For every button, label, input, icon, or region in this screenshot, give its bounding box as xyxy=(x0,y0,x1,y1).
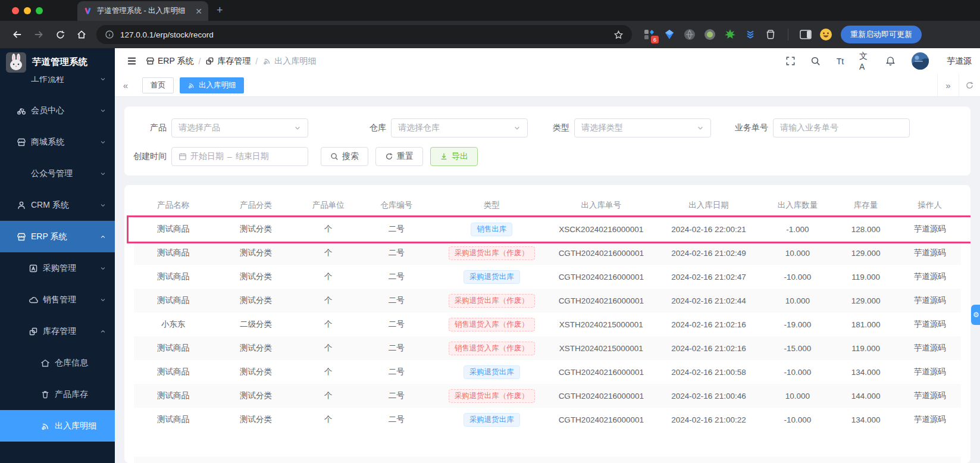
maximize-window-icon[interactable] xyxy=(36,7,43,14)
minimize-window-icon[interactable] xyxy=(24,7,31,14)
table-row[interactable]: 测试商品 测试分类 个 二号 采购退货出库（作废） CGTH2024021600… xyxy=(134,384,961,408)
export-button[interactable]: 导出 xyxy=(430,147,478,166)
type-badge: 采购退货出库 xyxy=(464,270,520,284)
url-text: 127.0.0.1/erp/stock/record xyxy=(120,30,214,39)
cell-product: 测试商品 xyxy=(134,289,212,312)
page-tab-出入库明细[interactable]: 出入库明细 xyxy=(180,77,244,93)
cell-operator: 芋道源码 xyxy=(899,289,961,312)
sidebar-item-会员中心[interactable]: 会员中心 xyxy=(0,95,115,126)
sidebar-item-公众号管理[interactable]: 公众号管理 xyxy=(0,158,115,189)
cell-date: 2024-02-16 21:02:16 xyxy=(655,336,763,360)
warehouse-select[interactable]: 请选择仓库 xyxy=(391,118,528,137)
cell-operator: 芋道源码 xyxy=(899,408,961,431)
cell-unit: 个 xyxy=(299,384,357,408)
back-icon[interactable] xyxy=(7,24,27,45)
cell-date: 2024-02-16 21:02:16 xyxy=(655,312,763,336)
cell-stock: 181.000 xyxy=(832,312,898,336)
sidebar-item-销售管理[interactable]: 销售管理 xyxy=(0,284,115,315)
new-tab-button[interactable]: + xyxy=(217,4,223,17)
floating-settings-button[interactable]: ⚙ xyxy=(971,305,980,325)
product-select[interactable]: 请选择产品 xyxy=(171,118,308,137)
table-row[interactable]: 测试商品 测试分类 个 二号 采购退货出库 CGTH20240216000001… xyxy=(134,408,961,431)
breadcrumb: ERP 系统/库存管理/出入库明细 xyxy=(146,56,784,67)
browser-chrome: 芋道管理系统 - 出入库明细 ✕ + 127.0.0.1/erp/stock/r… xyxy=(0,0,980,48)
sidebar-menu: 工作流程 会员中心 商城系统 公众号管理 CRM 系统 ERP 系统 采购管理 … xyxy=(0,63,115,442)
cell-order-no: CGTH20240216000001 xyxy=(547,360,655,384)
side-panel-icon[interactable] xyxy=(799,28,812,41)
translate-icon[interactable]: 文A xyxy=(859,55,871,67)
cell-warehouse: 二号 xyxy=(357,241,436,265)
extensions-puzzle-icon[interactable] xyxy=(764,28,777,41)
record-icon xyxy=(40,421,50,431)
type-select[interactable]: 请选择类型 xyxy=(574,118,711,137)
breadcrumb-item[interactable]: ERP 系统 xyxy=(146,56,193,67)
extension-chevrons-icon[interactable] xyxy=(744,28,757,41)
record-icon xyxy=(187,82,195,89)
sidebar-item-CRM 系统[interactable]: CRM 系统 xyxy=(0,189,115,221)
reset-button[interactable]: 重置 xyxy=(375,147,423,166)
sidebar-item-产品库存[interactable]: 产品库存 xyxy=(0,378,115,410)
table-row[interactable]: 测试商品 测试分类 个 二号 销售出库 XSCK20240216000001 2… xyxy=(134,217,961,241)
sidebar-item-ERP 系统[interactable]: ERP 系统 xyxy=(0,221,115,252)
extension-badge: 6 xyxy=(651,36,659,43)
sidebar-item-库存管理[interactable]: 库存管理 xyxy=(0,315,115,347)
close-window-icon[interactable] xyxy=(12,7,19,14)
breadcrumb-item[interactable]: 库存管理 xyxy=(205,56,251,67)
page-header: ERP 系统/库存管理/出入库明细 Tt 文A 芋道源 xyxy=(115,48,980,74)
tabs-scroll-right-icon[interactable]: » xyxy=(937,74,959,96)
page-tab-首页[interactable]: 首页 xyxy=(142,77,174,93)
cell-order-no: CGTH20240216000001 xyxy=(547,289,655,312)
cell-warehouse: 二号 xyxy=(357,360,436,384)
username[interactable]: 芋道源 xyxy=(947,56,972,67)
site-info-icon[interactable] xyxy=(105,30,114,39)
traffic-lights[interactable] xyxy=(7,0,49,21)
font-size-icon[interactable]: Tt xyxy=(834,55,846,67)
column-header-仓库编号: 仓库编号 xyxy=(357,193,436,217)
home-icon[interactable] xyxy=(71,24,92,45)
extension-grid-icon[interactable]: 6 xyxy=(643,28,656,41)
tabs-scroll-left-icon[interactable]: « xyxy=(115,74,136,96)
table-row[interactable]: 测试商品 测试分类 个 二号 采购退货出库（作废） CGTH2024021600… xyxy=(134,241,961,265)
product-label: 产品 xyxy=(133,123,167,133)
relaunch-update-button[interactable]: 重新启动即可更新 xyxy=(841,26,922,43)
search-icon[interactable] xyxy=(809,55,821,67)
close-tab-icon[interactable]: ✕ xyxy=(195,7,202,16)
extension-kite-icon[interactable] xyxy=(663,28,676,41)
tabs-refresh-icon[interactable] xyxy=(959,74,980,96)
reload-icon[interactable] xyxy=(50,24,70,45)
sidebar-item-仓库信息[interactable]: 仓库信息 xyxy=(0,347,115,378)
notification-bell-icon[interactable] xyxy=(884,55,896,67)
address-bar[interactable]: 127.0.0.1/erp/stock/record xyxy=(96,25,632,44)
chevron-down-icon xyxy=(99,139,107,146)
sidebar-item-出入库明细[interactable]: 出入库明细 xyxy=(0,410,115,442)
app-logo[interactable]: 芋道管理系统 xyxy=(0,48,115,76)
menu-fold-icon[interactable] xyxy=(123,53,140,70)
table-row[interactable]: 测试商品 测试分类 个 二号 销售退货入库（作废） XSTH2024021500… xyxy=(134,336,961,360)
extension-globe-icon[interactable] xyxy=(683,28,696,41)
bookmark-star-icon[interactable] xyxy=(613,30,624,40)
table-row[interactable]: 测试商品 测试分类 个 二号 采购退货出库 CGTH20240216000001… xyxy=(134,265,961,289)
sidebar-item-商城系统[interactable]: 商城系统 xyxy=(0,126,115,158)
cell-warehouse: 二号 xyxy=(357,217,436,241)
profile-avatar-icon[interactable] xyxy=(819,28,832,41)
browser-tab[interactable]: 芋道管理系统 - 出入库明细 ✕ xyxy=(77,1,208,21)
extension-star-icon[interactable] xyxy=(724,28,737,41)
user-avatar[interactable] xyxy=(912,52,929,70)
search-button[interactable]: 搜索 xyxy=(321,147,368,166)
product-stock-icon xyxy=(40,390,50,399)
cell-quantity: -10.000 xyxy=(762,265,832,289)
cell-order-no: CGTH20240216000001 xyxy=(547,384,655,408)
cell-quantity: -10.000 xyxy=(762,360,832,384)
fullscreen-icon[interactable] xyxy=(784,55,796,67)
forward-icon[interactable] xyxy=(29,24,49,45)
table-row[interactable]: 测试商品 测试分类 个 二号 采购退货出库（作废） CGTH2024021600… xyxy=(134,289,961,312)
table-row[interactable]: 测试商品 测试分类 个 二号 采购退货出库 CGTH20240216000001… xyxy=(134,360,961,384)
sidebar-item-采购管理[interactable]: 采购管理 xyxy=(0,252,115,284)
table-row[interactable]: 小东东 二级分类 个 二号 销售退货入库（作废） XSTH20240215000… xyxy=(134,312,961,336)
bizno-input[interactable]: 请输入业务单号 xyxy=(773,118,910,137)
cell-quantity: -19.000 xyxy=(762,312,832,336)
extension-dot-icon[interactable] xyxy=(703,28,716,41)
date-range-input[interactable]: 开始日期 – 结束日期 xyxy=(171,147,308,166)
chevron-down-icon xyxy=(99,170,107,177)
breadcrumb-item[interactable]: 出入库明细 xyxy=(262,56,316,67)
